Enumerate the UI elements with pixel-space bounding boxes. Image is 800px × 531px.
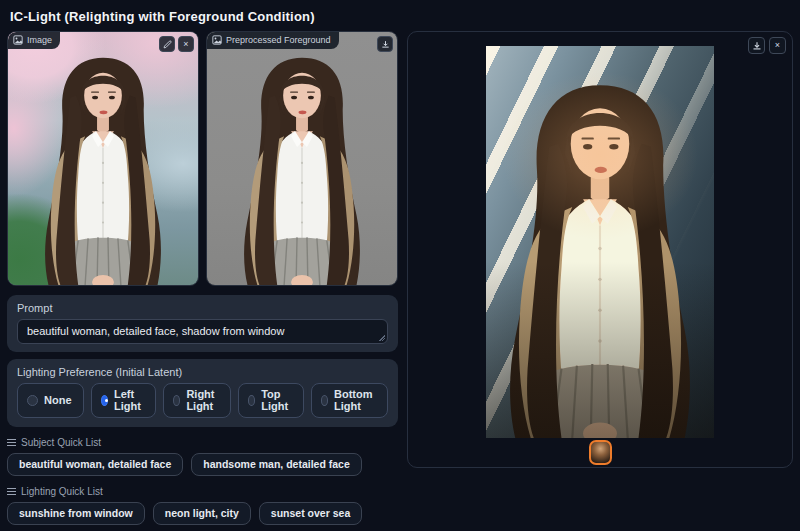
lighting-preference-radios: None Left Light Right Light Top Light Bo… [17,383,388,418]
prompt-label: Prompt [17,302,388,314]
image-icon [212,35,222,45]
output-image[interactable] [486,46,714,438]
radio-label: Top Light [261,388,291,412]
gallery-thumbnail-selected[interactable] [589,440,612,465]
list-icon [7,439,16,446]
radio-circle-selected [101,395,108,406]
radio-right-light[interactable]: Right Light [163,383,230,418]
download-result-button[interactable] [748,37,765,54]
input-images-row: Image × Preprocessed Fo [7,31,398,286]
clear-image-button[interactable]: × [178,36,194,52]
subject-quick-list-title: Subject Quick List [21,437,101,448]
portrait-gray [207,32,397,285]
foreground-label-text: Preprocessed Foreground [226,35,331,45]
page-title: IC-Light (Relighting with Foreground Con… [0,0,800,31]
input-image-photo [8,32,198,285]
subject-quick-list-section: Subject Quick List beautiful woman, deta… [7,437,398,476]
image-icon [13,35,23,45]
edit-image-button[interactable] [159,36,175,52]
radio-top-light[interactable]: Top Light [238,383,304,418]
input-image-label: Image [8,32,60,49]
subject-quick-list-items: beautiful woman, detailed face handsome … [7,453,398,476]
resize-handle[interactable] [378,334,385,341]
lighting-quick-list-header: Lighting Quick List [7,486,398,497]
input-image-label-text: Image [27,35,52,45]
prompt-input-wrap: beautiful woman, detailed face, shadow f… [17,319,388,344]
gallery-thumbnail-strip [408,438,792,467]
download-icon [381,40,390,49]
download-foreground-button[interactable] [377,36,393,52]
foreground-label: Preprocessed Foreground [207,32,339,49]
radio-circle [173,395,180,406]
quick-item-button[interactable]: beautiful woman, detailed face [7,453,183,476]
prompt-block: Prompt beautiful woman, detailed face, s… [7,295,398,352]
quick-item-button[interactable]: sunset over sea [259,502,362,525]
output-gallery-panel: × [407,31,793,468]
download-icon [752,41,762,51]
main-layout: Image × Preprocessed Fo [0,31,800,531]
input-image-actions: × [159,36,194,52]
radio-none[interactable]: None [17,383,84,418]
lighting-quick-list-title: Lighting Quick List [21,486,103,497]
radio-bottom-light[interactable]: Bottom Light [311,383,389,418]
foreground-panel[interactable]: Preprocessed Foreground [206,31,398,286]
close-gallery-button[interactable]: × [769,37,786,54]
list-icon [7,488,16,495]
radio-circle [321,395,329,406]
radio-label: Right Light [186,388,218,412]
lighting-quick-list-section: Lighting Quick List sunshine from window… [7,486,398,531]
prompt-input[interactable]: beautiful woman, detailed face, shadow f… [17,319,388,344]
pencil-icon [163,40,172,49]
foreground-actions [377,36,393,52]
lighting-quick-list-row-1: sunshine from window neon light, city su… [7,502,398,531]
vignette-overlay [486,46,714,438]
quick-item-button[interactable]: handsome man, detailed face [191,453,361,476]
quick-item-button[interactable]: neon light, city [153,502,251,525]
radio-label: None [44,394,72,406]
controls-column: Image × Preprocessed Fo [7,31,398,531]
lighting-preference-label: Lighting Preference (Initial Latent) [17,366,388,378]
output-column: × [407,31,793,468]
radio-label: Bottom Light [334,388,376,412]
close-icon: × [775,41,780,50]
radio-left-light[interactable]: Left Light [91,383,157,418]
input-image-panel[interactable]: Image × [7,31,199,286]
foreground-photo [207,32,397,285]
subject-quick-list-header: Subject Quick List [7,437,398,448]
portrait-blossom [8,32,198,285]
close-icon: × [183,40,188,49]
radio-label: Left Light [114,388,144,412]
radio-circle [27,395,38,406]
lighting-preference-block: Lighting Preference (Initial Latent) Non… [7,359,398,427]
output-gallery-actions: × [748,37,786,54]
radio-circle [248,395,256,406]
quick-item-button[interactable]: sunshine from window [7,502,145,525]
